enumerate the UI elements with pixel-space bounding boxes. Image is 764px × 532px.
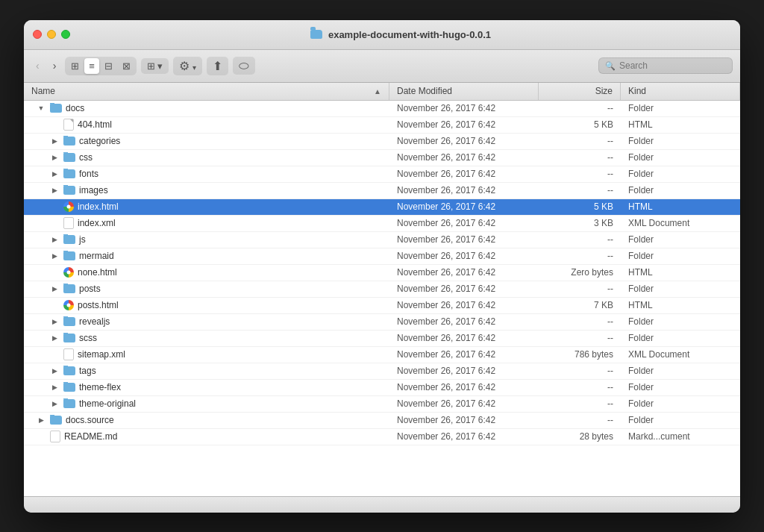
close-button[interactable] bbox=[33, 30, 42, 39]
table-row[interactable]: ▼docsNovember 26, 2017 6:42--Folder bbox=[24, 101, 740, 117]
disclosure-triangle[interactable]: ▶ bbox=[49, 136, 60, 146]
disclosure-triangle[interactable]: ▶ bbox=[49, 366, 60, 376]
disclosure-triangle bbox=[36, 431, 46, 442]
table-row[interactable]: ▶fontsNovember 26, 2017 6:42--Folder bbox=[24, 166, 740, 183]
disclosure-triangle[interactable]: ▶ bbox=[49, 251, 60, 261]
back-icon: ‹ bbox=[36, 60, 40, 72]
file-date: November 26, 2017 6:42 bbox=[389, 382, 539, 392]
action-button[interactable]: ⚙ ▾ bbox=[173, 57, 202, 75]
table-row[interactable]: ▶mermaidNovember 26, 2017 6:42--Folder bbox=[24, 248, 740, 265]
file-kind: Folder bbox=[621, 398, 740, 409]
disclosure-triangle[interactable]: ▶ bbox=[49, 333, 60, 343]
table-row[interactable]: ▶categoriesNovember 26, 2017 6:42--Folde… bbox=[24, 134, 740, 150]
table-row[interactable]: none.htmlNovember 26, 2017 6:42Zero byte… bbox=[24, 265, 740, 281]
tag-icon: ⬭ bbox=[239, 59, 249, 72]
file-date: November 26, 2017 6:42 bbox=[389, 267, 539, 278]
disclosure-triangle[interactable]: ▶ bbox=[49, 382, 60, 392]
file-name: posts.html bbox=[78, 300, 119, 310]
title-bar-center: example-document-with-hugo-0.0.1 bbox=[70, 29, 731, 40]
file-name: index.xml bbox=[78, 218, 116, 228]
file-kind: Folder bbox=[621, 316, 740, 327]
file-name: theme-original bbox=[79, 398, 136, 409]
date-column-header[interactable]: Date Modified bbox=[389, 83, 539, 100]
file-name: docs.source bbox=[66, 415, 114, 425]
disclosure-triangle[interactable]: ▶ bbox=[49, 284, 60, 294]
file-kind: HTML bbox=[621, 300, 740, 310]
toolbar: ‹ › ⊞ ≡ ⊟ ⊠ ⊞ ▾ ⚙ ▾ ⬆ bbox=[24, 50, 740, 83]
file-date: November 26, 2017 6:42 bbox=[389, 234, 539, 245]
disclosure-triangle[interactable]: ▶ bbox=[49, 316, 60, 327]
disclosure-triangle bbox=[49, 119, 60, 130]
disclosure-triangle[interactable]: ▶ bbox=[49, 185, 60, 195]
table-row[interactable]: ▶imagesNovember 26, 2017 6:42--Folder bbox=[24, 183, 740, 199]
html-chrome-icon bbox=[63, 201, 74, 212]
table-row[interactable]: ▶scssNovember 26, 2017 6:42--Folder bbox=[24, 331, 740, 347]
file-size: -- bbox=[539, 382, 621, 392]
icon-view-button[interactable]: ⊞ bbox=[66, 58, 84, 74]
table-row[interactable]: ▶docs.sourceNovember 26, 2017 6:42--Fold… bbox=[24, 413, 740, 429]
tag-button[interactable]: ⬭ bbox=[233, 57, 255, 75]
folder-icon bbox=[50, 104, 62, 113]
file-date: November 26, 2017 6:42 bbox=[389, 251, 539, 261]
table-row[interactable]: posts.htmlNovember 26, 2017 6:427 KBHTML bbox=[24, 298, 740, 314]
table-row[interactable]: ▶theme-originalNovember 26, 2017 6:42--F… bbox=[24, 396, 740, 413]
disclosure-triangle[interactable]: ▶ bbox=[49, 169, 60, 179]
file-date: November 26, 2017 6:42 bbox=[389, 201, 539, 212]
cover-view-button[interactable]: ⊠ bbox=[118, 58, 135, 74]
search-input[interactable] bbox=[619, 60, 726, 71]
disclosure-triangle[interactable]: ▶ bbox=[36, 415, 46, 425]
forward-button[interactable]: › bbox=[48, 57, 61, 75]
disclosure-triangle[interactable]: ▶ bbox=[49, 234, 60, 245]
table-row[interactable]: ▶tagsNovember 26, 2017 6:42--Folder bbox=[24, 363, 740, 380]
search-box[interactable]: 🔍 bbox=[598, 57, 733, 74]
file-date: November 26, 2017 6:42 bbox=[389, 300, 539, 310]
column-headers: Name ▲ Date Modified Size Kind bbox=[24, 83, 740, 101]
table-row[interactable]: ▶jsNovember 26, 2017 6:42--Folder bbox=[24, 232, 740, 248]
table-row[interactable]: index.htmlNovember 26, 2017 6:425 KBHTML bbox=[24, 199, 740, 216]
search-icon: 🔍 bbox=[605, 61, 616, 71]
list-view-button[interactable]: ≡ bbox=[84, 58, 99, 74]
column-view-button[interactable]: ⊟ bbox=[100, 58, 117, 74]
maximize-button[interactable] bbox=[61, 30, 70, 39]
table-row[interactable]: ▶postsNovember 26, 2017 6:42--Folder bbox=[24, 281, 740, 298]
forward-icon: › bbox=[53, 60, 57, 72]
file-size: 5 KB bbox=[539, 201, 621, 212]
file-kind: Folder bbox=[621, 251, 740, 261]
file-kind: Markd...cument bbox=[621, 431, 740, 442]
file-date: November 26, 2017 6:42 bbox=[389, 169, 539, 179]
disclosure-triangle[interactable]: ▶ bbox=[49, 152, 60, 163]
folder-icon bbox=[63, 399, 75, 408]
file-date: November 26, 2017 6:42 bbox=[389, 366, 539, 376]
kind-column-header[interactable]: Kind bbox=[621, 83, 740, 100]
file-name: css bbox=[79, 152, 93, 163]
file-size: -- bbox=[539, 333, 621, 343]
table-row[interactable]: README.mdNovember 26, 2017 6:4228 bytesM… bbox=[24, 429, 740, 445]
arrange-button[interactable]: ⊞ ▾ bbox=[141, 58, 169, 74]
name-column-header[interactable]: Name ▲ bbox=[24, 83, 389, 100]
file-date: November 26, 2017 6:42 bbox=[389, 218, 539, 228]
disclosure-triangle bbox=[49, 201, 60, 212]
file-list: ▼docsNovember 26, 2017 6:42--Folder404.h… bbox=[24, 101, 740, 496]
size-column-header[interactable]: Size bbox=[539, 83, 621, 100]
finder-window: example-document-with-hugo-0.0.1 ‹ › ⊞ ≡… bbox=[24, 20, 740, 513]
file-date: November 26, 2017 6:42 bbox=[389, 415, 539, 425]
table-row[interactable]: ▶revealjsNovember 26, 2017 6:42--Folder bbox=[24, 314, 740, 331]
table-row[interactable]: index.xmlNovember 26, 2017 6:423 KBXML D… bbox=[24, 216, 740, 232]
file-size: 7 KB bbox=[539, 300, 621, 310]
table-row[interactable]: ▶theme-flexNovember 26, 2017 6:42--Folde… bbox=[24, 380, 740, 396]
disclosure-triangle[interactable]: ▶ bbox=[49, 398, 60, 409]
back-button[interactable]: ‹ bbox=[31, 57, 44, 75]
file-size: -- bbox=[539, 152, 621, 163]
table-row[interactable]: sitemap.xmlNovember 26, 2017 6:42786 byt… bbox=[24, 347, 740, 363]
icon-view-icon: ⊞ bbox=[71, 60, 79, 72]
table-row[interactable]: 404.htmlNovember 26, 2017 6:425 KBHTML bbox=[24, 117, 740, 134]
file-kind: HTML bbox=[621, 201, 740, 212]
file-kind: Folder bbox=[621, 366, 740, 376]
table-row[interactable]: ▶cssNovember 26, 2017 6:42--Folder bbox=[24, 150, 740, 166]
share-button[interactable]: ⬆ bbox=[207, 57, 228, 75]
view-controls: ⊞ ≡ ⊟ ⊠ bbox=[65, 57, 137, 75]
disclosure-triangle[interactable]: ▼ bbox=[36, 103, 46, 113]
minimize-button[interactable] bbox=[47, 30, 56, 39]
file-kind: Folder bbox=[621, 103, 740, 113]
file-name: categories bbox=[79, 136, 120, 146]
